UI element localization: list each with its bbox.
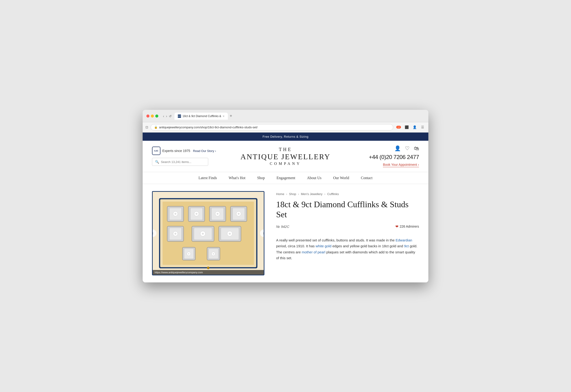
address-input-wrap[interactable]: 🔒 antiquejewellerycompany.com/shop/18ct-… <box>151 124 393 130</box>
desc-text-3: edges and yellow gold backs in 18ct gold… <box>331 244 404 248</box>
svg-point-34 <box>188 253 189 254</box>
tab-favicon: AJC <box>178 114 181 118</box>
forward-button[interactable]: › <box>166 114 168 118</box>
breadcrumb-shop[interactable]: Shop <box>289 192 296 196</box>
brave-shield-button[interactable]: 12 <box>396 124 402 130</box>
nav-item-shop[interactable]: Shop <box>257 176 265 180</box>
breadcrumb: Home › Shop › Men's Jewellery › Cufflink… <box>276 192 419 196</box>
active-tab[interactable]: AJC 18ct & 9ct Diamond Cufflinks & × <box>174 113 228 120</box>
user-icon[interactable]: 👤 <box>394 145 401 152</box>
desc-link-mother-of-pearl[interactable]: mother of pearl <box>302 250 325 254</box>
brand-company: COMPANY <box>241 161 330 166</box>
wishlist-icon[interactable]: ♡ <box>405 145 410 152</box>
product-details: Home › Shop › Men's Jewellery › Cufflink… <box>276 191 419 275</box>
nav-item-latest-finds[interactable]: Latest Finds <box>198 176 217 180</box>
fullscreen-button[interactable] <box>155 114 158 118</box>
search-icon: 🔍 <box>155 160 159 164</box>
website-content: Free Delivery, Returns & Sizing AJC Expe… <box>143 133 428 282</box>
logo-badge: AJC <box>152 147 160 155</box>
desc-text-1: A really well presented set of cufflinks… <box>276 238 396 242</box>
breadcrumb-current: Cufflinks <box>327 192 339 196</box>
desc-link-white-gold[interactable]: white gold <box>315 244 331 248</box>
close-button[interactable] <box>146 114 149 118</box>
profile-button[interactable]: 👤 <box>412 124 418 130</box>
breadcrumb-sep-3: › <box>324 192 325 196</box>
product-image <box>154 194 262 273</box>
address-bar: ⊡ 🔒 antiquejewellerycompany.com/shop/18c… <box>143 122 428 133</box>
product-description: A really well presented set of cufflinks… <box>276 237 419 261</box>
desc-link-9ct[interactable]: 9ct <box>404 244 409 248</box>
banner-text: Free Delivery, Returns & Sizing <box>263 135 308 138</box>
svg-point-6 <box>174 213 176 215</box>
header-left: AJC Experts since 1975 Read Our Story › … <box>152 147 218 166</box>
address-text: antiquejewellerycompany.com/shop/18ct-9c… <box>159 126 390 129</box>
top-banner: Free Delivery, Returns & Sizing <box>143 133 428 141</box>
tab-title: 18ct & 9ct Diamond Cufflinks & <box>183 114 221 118</box>
tabs-row: AJC 18ct & 9ct Diamond Cufflinks & × + <box>174 113 234 120</box>
brand-name: THE ANTIQUE JEWELLERY COMPANY <box>241 147 330 166</box>
brand-antique-jewellery: ANTIQUE JEWELLERY <box>241 152 330 161</box>
brave-badge: 12 <box>396 126 401 128</box>
product-image-container: ‹ › https://www.antiquejewellerycompany.… <box>152 191 264 275</box>
svg-point-39 <box>207 267 209 269</box>
browser-actions: 12 ⬛ 👤 ☰ <box>396 124 426 130</box>
nav-buttons: ‹ › ↺ <box>163 114 172 118</box>
header-right: 👤 ♡ 🛍 +44 (0)20 7206 2477 Book Your Appo… <box>353 145 419 167</box>
desc-text-2: period, circa 1910. It has <box>276 244 315 248</box>
tab-close-button[interactable]: × <box>223 114 225 118</box>
svg-point-26 <box>202 233 204 235</box>
lock-icon: 🔒 <box>154 126 158 129</box>
bag-icon[interactable]: 🛍 <box>414 145 419 152</box>
breadcrumb-home[interactable]: Home <box>276 192 284 196</box>
desc-link-edwardian[interactable]: Edwardian <box>396 238 412 242</box>
nav-item-our-world[interactable]: Our World <box>333 176 349 180</box>
site-header: AJC Experts since 1975 Read Our Story › … <box>143 141 428 172</box>
refresh-button[interactable]: ↺ <box>168 114 172 118</box>
browser-window: ‹ › ↺ AJC 18ct & 9ct Diamond Cufflinks &… <box>143 110 428 282</box>
search-input[interactable] <box>161 160 205 164</box>
breadcrumb-sep-1: › <box>286 192 287 196</box>
header-icons: 👤 ♡ 🛍 <box>394 145 419 152</box>
book-appointment-link[interactable]: Book Your Appointment › <box>383 163 419 167</box>
extensions-button[interactable]: ⬛ <box>403 124 410 130</box>
search-box[interactable]: 🔍 <box>152 158 208 166</box>
breadcrumb-mens-jewellery[interactable]: Men's Jewellery <box>301 192 323 196</box>
svg-point-10 <box>196 213 198 215</box>
admirers: ❤ 226 Admirers <box>395 224 419 229</box>
breadcrumb-sep-2: › <box>298 192 299 196</box>
svg-point-38 <box>213 253 214 254</box>
traffic-lights <box>146 114 158 118</box>
experts-line: AJC Experts since 1975 Read Our Story › <box>152 147 218 155</box>
svg-point-14 <box>217 213 218 215</box>
nav-item-whats-hot[interactable]: What's Hot <box>228 176 245 180</box>
bookmark-button[interactable]: ⊡ <box>145 125 148 129</box>
title-bar: ‹ › ↺ AJC 18ct & 9ct Diamond Cufflinks &… <box>143 110 428 122</box>
nav-item-contact[interactable]: Contact <box>361 176 373 180</box>
image-url-bar: https://www.antiquejewellerycompany.com <box>153 270 264 275</box>
product-image-section: ‹ › https://www.antiquejewellerycompany.… <box>152 191 264 275</box>
admirers-count: 226 Admirers <box>400 224 419 228</box>
svg-point-22 <box>174 233 176 235</box>
experts-since-text: Experts since 1975 <box>162 149 190 153</box>
product-number: № 942C <box>276 224 289 229</box>
new-tab-button[interactable]: + <box>228 113 234 118</box>
read-story-link[interactable]: Read Our Story › <box>193 149 216 153</box>
brand-the: THE <box>241 147 330 152</box>
product-title: 18ct & 9ct Diamond Cufflinks & Studs Set <box>276 199 419 220</box>
back-button[interactable]: ‹ <box>163 114 165 118</box>
nav-item-engagement[interactable]: Engagement <box>277 176 295 180</box>
header-center: THE ANTIQUE JEWELLERY COMPANY <box>218 147 353 166</box>
phone-number: +44 (0)20 7206 2477 <box>369 154 419 160</box>
main-content: ‹ › https://www.antiquejewellerycompany.… <box>143 184 428 282</box>
product-meta: № 942C ❤ 226 Admirers <box>276 224 419 233</box>
svg-point-18 <box>238 213 240 215</box>
svg-point-30 <box>229 233 231 235</box>
heart-icon: ❤ <box>395 224 398 229</box>
nav-item-about-us[interactable]: About Us <box>307 176 322 180</box>
minimize-button[interactable] <box>151 114 154 118</box>
main-navigation: Latest Finds What's Hot Shop Engagement … <box>143 172 428 184</box>
menu-button[interactable]: ☰ <box>419 124 426 130</box>
